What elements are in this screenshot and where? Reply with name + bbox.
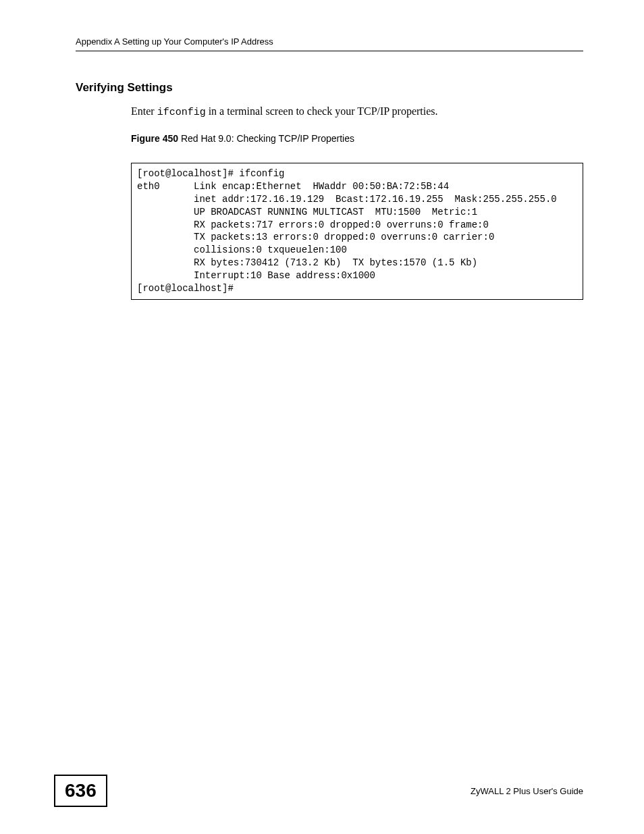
terminal-line: inet addr:172.16.19.129 Bcast:172.16.19.… [137, 194, 557, 205]
figure-caption: Figure 450 Red Hat 9.0: Checking TCP/IP … [131, 133, 583, 144]
terminal-line: RX packets:717 errors:0 dropped:0 overru… [137, 219, 489, 230]
page-number: 636 [54, 775, 107, 807]
body-text-pre: Enter [131, 105, 157, 117]
figure-label: Figure 450 [131, 133, 178, 144]
inline-code: ifconfig [157, 107, 206, 118]
body-text-post: in a terminal screen to check your TCP/I… [206, 105, 438, 117]
section-heading: Verifying Settings [76, 81, 583, 95]
terminal-line: [root@localhost]# ifconfig [137, 168, 290, 179]
terminal-line: [root@localhost]# [137, 283, 234, 294]
terminal-output: [root@localhost]# ifconfig eth0 Link enc… [131, 163, 583, 300]
running-header: Appendix A Setting up Your Computer's IP… [76, 36, 583, 51]
figure-caption-text: Red Hat 9.0: Checking TCP/IP Properties [178, 133, 354, 144]
terminal-line: RX bytes:730412 (713.2 Kb) TX bytes:1570… [137, 257, 477, 268]
body-paragraph: Enter ifconfig in a terminal screen to c… [131, 105, 583, 118]
terminal-line: collisions:0 txqueuelen:100 [137, 244, 352, 255]
terminal-line: UP BROADCAST RUNNING MULTICAST MTU:1500 … [137, 207, 477, 217]
terminal-line: Interrupt:10 Base address:0x1000 [137, 270, 381, 281]
footer-guide-title: ZyWALL 2 Plus User's Guide [471, 786, 583, 796]
terminal-line: eth0 Link encap:Ethernet HWaddr 00:50:BA… [137, 181, 460, 192]
terminal-line: TX packets:13 errors:0 dropped:0 overrun… [137, 232, 494, 242]
page-footer: 636 ZyWALL 2 Plus User's Guide [54, 775, 583, 807]
